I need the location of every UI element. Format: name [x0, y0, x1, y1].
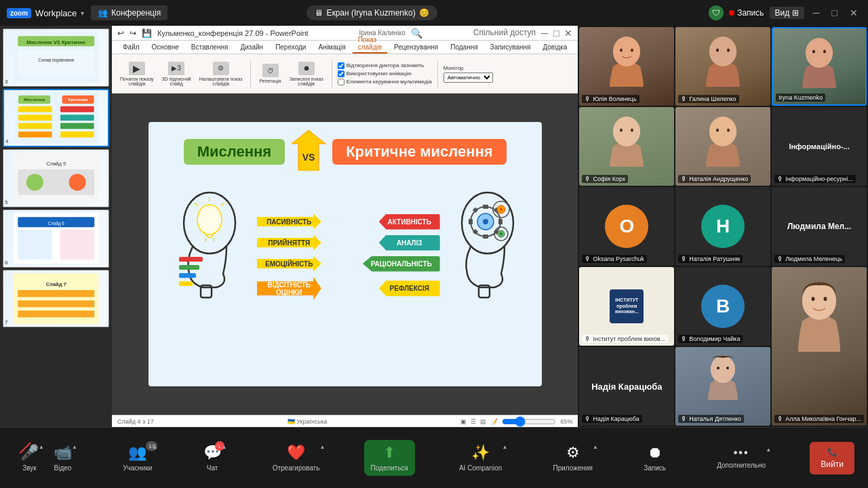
- record-label: Запись: [737, 8, 764, 18]
- apps-chevron[interactable]: ▲: [593, 444, 598, 450]
- participant-lyudmyla-mel: Людмила Мел... 🎙 Людмила Меленець: [772, 187, 867, 266]
- slide-thumb-5[interactable]: Слайд 5 5: [3, 149, 109, 207]
- participant-label-info: 🎙 Інформаційно-ресурні...: [774, 175, 856, 183]
- svg-point-85: [727, 129, 730, 132]
- more-button[interactable]: ••• Дополнительно ▲: [710, 443, 772, 473]
- tab-help[interactable]: Довідка: [537, 42, 572, 54]
- svg-point-84: [716, 129, 719, 132]
- participants-chevron[interactable]: ▲: [152, 444, 157, 450]
- chat-button[interactable]: 💬 Чат 1 ▲: [197, 440, 229, 476]
- screen-share-emoji: 😊: [419, 8, 429, 18]
- svg-line-41: [221, 203, 224, 206]
- screen-share-indicator: 🖥 Екран (Iryna Kuzmenko) 😊: [307, 5, 437, 20]
- ppt-maximize[interactable]: □: [553, 28, 559, 39]
- share-button[interactable]: ⬆ Поделиться: [364, 440, 415, 476]
- conference-button[interactable]: 👥 Конференція: [91, 5, 167, 20]
- slide-thumbnails[interactable]: Мислення VS Критичне Схема порівняння 3 …: [0, 26, 112, 427]
- svg-point-83: [709, 117, 736, 146]
- tab-design[interactable]: Дизайн: [235, 42, 269, 54]
- ppt-search-icon[interactable]: 🔍: [411, 28, 422, 39]
- tab-review[interactable]: Рецензування: [389, 42, 443, 54]
- minimize-button[interactable]: ─: [810, 7, 823, 18]
- ai-companion-button[interactable]: ✨ AI Companion ▲: [452, 440, 509, 476]
- ppt-close[interactable]: ✕: [564, 28, 572, 39]
- mic-icon-oksana: 🎙: [585, 256, 591, 262]
- video-button[interactable]: 📹 Відео ▲: [47, 440, 79, 476]
- svg-point-80: [620, 129, 623, 132]
- language-indicator: 🇺🇦 Українська: [288, 418, 328, 425]
- svg-point-97: [824, 297, 827, 301]
- checkbox-animation[interactable]: Використовуємо анімацію: [338, 70, 432, 77]
- react-chevron[interactable]: ▲: [319, 444, 325, 450]
- ppt-window-controls: Спільний доступ ─ □ ✕: [473, 28, 573, 39]
- tab-transitions[interactable]: Переходи: [270, 42, 311, 54]
- participant-nadiia-karatsyuba: Надія Карацюба 🎙 Надія Карацюба: [579, 347, 674, 426]
- participants-icon: 👥: [128, 444, 146, 462]
- tab-animations[interactable]: Анімація: [313, 42, 351, 54]
- tab-view[interactable]: Подання: [445, 42, 483, 54]
- apps-label: Приложения: [553, 464, 593, 472]
- checkbox-media[interactable]: Елементи керування мультимедіа: [338, 79, 432, 85]
- ppt-share-btn[interactable]: Спільний доступ: [473, 28, 536, 39]
- video-chevron[interactable]: ▲: [72, 444, 77, 450]
- view-slide-icon[interactable]: ▤: [480, 418, 486, 425]
- audio-button[interactable]: 🎤 Звук ▲: [14, 440, 45, 476]
- leave-button[interactable]: 📞 Вийти: [810, 442, 854, 474]
- app-dropdown-arrow[interactable]: ▾: [81, 9, 84, 17]
- ribbon-btn-from-slide[interactable]: ▶3 3D підписнийслайд: [159, 60, 194, 87]
- window-controls: 🛡 Запись Вид ⊞ ─ □ ✕: [709, 5, 861, 20]
- maximize-button[interactable]: □: [829, 7, 841, 18]
- chat-chevron[interactable]: ▲: [222, 444, 227, 450]
- view-normal-icon[interactable]: ▣: [460, 418, 467, 425]
- record-btn-icon: ⏺: [648, 444, 663, 462]
- tab-home[interactable]: Основне: [146, 42, 184, 54]
- monitor-select[interactable]: Автоматично: [443, 73, 493, 83]
- ribbon-btn-record-show[interactable]: ⏺ Записати показслайдів: [287, 60, 326, 87]
- view-button[interactable]: Вид ⊞: [770, 7, 804, 19]
- ribbon-btn-rehearse[interactable]: ⏱ Репетиція: [256, 62, 283, 85]
- undo-icon[interactable]: ↩: [117, 28, 124, 38]
- slide-thumb-7[interactable]: Слайд 7 7: [3, 270, 109, 328]
- more-chevron[interactable]: ▲: [766, 447, 771, 453]
- ai-chevron[interactable]: ▲: [502, 444, 507, 450]
- mic-icon-volodymyr: 🎙: [681, 336, 687, 342]
- ribbon-btn-start-show[interactable]: ▶ Початок показуслайдів: [117, 60, 157, 87]
- svg-rect-17: [60, 131, 94, 138]
- slide-thumb-6[interactable]: Слайд 6 6: [3, 209, 109, 268]
- svg-point-77: [823, 50, 826, 54]
- participants-button[interactable]: 👥 Учасники 17 ▲: [116, 440, 159, 476]
- tab-file[interactable]: Файл: [117, 42, 145, 54]
- close-button[interactable]: ✕: [846, 7, 861, 18]
- redo-icon[interactable]: ↪: [130, 28, 136, 38]
- mic-muted-icon: 🎙: [585, 96, 591, 102]
- view-notes-icon[interactable]: 📝: [490, 418, 498, 425]
- svg-rect-15: [60, 123, 94, 129]
- tab-slideshow[interactable]: Показ слайдів: [353, 35, 387, 54]
- record-button[interactable]: ⏺ Запись: [637, 440, 673, 476]
- svg-point-51: [483, 219, 488, 224]
- participant-name-info: Інформаційно-...: [789, 142, 849, 150]
- apps-button[interactable]: ⚙ Приложения ▲: [546, 440, 599, 476]
- svg-text:Мислення VS Критичне: Мислення VS Критичне: [26, 39, 85, 45]
- tab-recording[interactable]: Записування: [485, 42, 536, 54]
- slide-thumb-4[interactable]: Мислення Критичне 4: [3, 89, 109, 148]
- react-button[interactable]: ❤️ Отреагировать ▲: [266, 440, 327, 476]
- zoom-slider[interactable]: [502, 418, 556, 425]
- save-icon[interactable]: 💾: [142, 28, 152, 38]
- svg-rect-12: [18, 115, 52, 121]
- presentation-area: ↩ ↪ 💾 Кульменко_конференція 27.09 - Powe…: [112, 26, 578, 427]
- security-button[interactable]: 🛡: [709, 5, 724, 20]
- screen-share-icon: 🖥: [315, 8, 323, 18]
- arrow-refleksiya: РЕФЛЕКСІЯ: [379, 281, 440, 296]
- participant-name-oksana: 🎙 Oksana Pysarchuk: [582, 255, 647, 263]
- audio-chevron[interactable]: ▲: [39, 444, 44, 450]
- ribbon-btn-custom-show[interactable]: ⚙ Налаштувати показслайдів: [197, 60, 245, 87]
- checkbox-speaker-notes[interactable]: Відтворення диктора зазнають: [338, 62, 432, 69]
- slide-thumb-3[interactable]: Мислення VS Критичне Схема порівняння 3: [3, 28, 109, 87]
- institute-logo: ІНСТИТУТпроблемвихован...: [610, 289, 644, 323]
- view-outline-icon[interactable]: ☰: [471, 418, 476, 425]
- slide-counter: Слайд 4 з 17: [117, 418, 154, 425]
- tab-insert[interactable]: Вставлення: [186, 42, 234, 54]
- svg-rect-27: [60, 230, 94, 260]
- ppt-minimize[interactable]: ─: [541, 28, 548, 39]
